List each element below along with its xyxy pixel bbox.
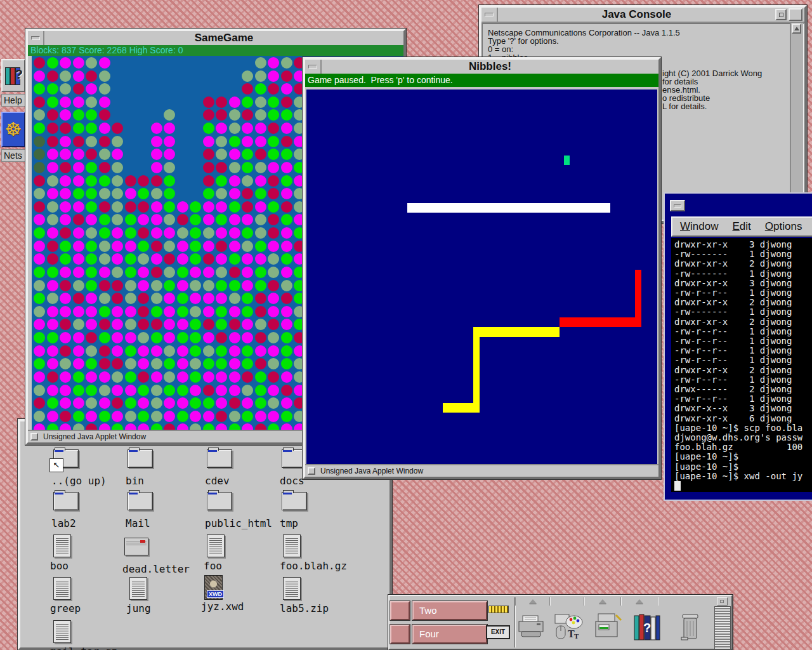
netscape-wheel-icon[interactable]: ☸ — [1, 112, 25, 147]
samegame-block[interactable] — [268, 96, 279, 108]
samegame-block[interactable] — [242, 411, 253, 422]
samegame-block[interactable] — [73, 397, 84, 409]
samegame-block[interactable] — [268, 371, 279, 383]
samegame-block[interactable] — [86, 109, 97, 121]
samegame-block[interactable] — [151, 175, 162, 187]
samegame-block[interactable] — [203, 253, 214, 265]
samegame-block[interactable] — [203, 397, 214, 409]
samegame-block[interactable] — [86, 267, 97, 278]
subpanel-tab-printer[interactable] — [515, 597, 551, 606]
samegame-block[interactable] — [34, 397, 45, 409]
samegame-block[interactable] — [86, 162, 97, 173]
samegame-block[interactable] — [281, 332, 292, 343]
samegame-block[interactable] — [47, 83, 58, 95]
samegame-block[interactable] — [86, 306, 97, 317]
samegame-block[interactable] — [86, 319, 97, 330]
samegame-block[interactable] — [281, 57, 292, 69]
samegame-block[interactable] — [242, 201, 253, 213]
samegame-block[interactable] — [216, 280, 227, 291]
samegame-block[interactable] — [34, 162, 45, 173]
samegame-block[interactable] — [164, 411, 175, 422]
samegame-block[interactable] — [60, 253, 71, 265]
samegame-block[interactable] — [255, 241, 266, 252]
samegame-block[interactable] — [216, 397, 227, 409]
samegame-block[interactable] — [216, 188, 227, 199]
samegame-block[interactable] — [34, 175, 45, 187]
subpanel-tab-help[interactable] — [620, 597, 658, 606]
samegame-block[interactable] — [177, 201, 188, 213]
samegame-block[interactable] — [99, 345, 110, 357]
samegame-block[interactable] — [112, 175, 123, 187]
samegame-block[interactable] — [164, 227, 175, 239]
samegame-block[interactable] — [125, 319, 136, 330]
samegame-block[interactable] — [268, 57, 279, 69]
samegame-block[interactable] — [125, 188, 136, 199]
samegame-block[interactable] — [203, 411, 214, 422]
samegame-block[interactable] — [86, 83, 97, 95]
samegame-block[interactable] — [60, 371, 71, 383]
samegame-block[interactable] — [73, 123, 84, 134]
samegame-block[interactable] — [86, 411, 97, 422]
samegame-block[interactable] — [164, 319, 175, 330]
samegame-block[interactable] — [177, 385, 188, 396]
samegame-block[interactable] — [34, 385, 45, 396]
samegame-block[interactable] — [229, 385, 240, 396]
minimize-button[interactable] — [305, 60, 322, 74]
samegame-block[interactable] — [47, 214, 58, 225]
samegame-block[interactable] — [73, 227, 84, 239]
samegame-block[interactable] — [164, 385, 175, 396]
samegame-block[interactable] — [138, 332, 149, 343]
samegame-block[interactable] — [255, 149, 266, 160]
samegame-block[interactable] — [151, 385, 162, 396]
samegame-block[interactable] — [190, 358, 201, 369]
samegame-block[interactable] — [255, 397, 266, 409]
samegame-block[interactable] — [73, 411, 84, 422]
samegame-block[interactable] — [99, 332, 110, 343]
samegame-block[interactable] — [255, 267, 266, 278]
samegame-block[interactable] — [281, 149, 292, 160]
samegame-block[interactable] — [60, 70, 71, 82]
samegame-block[interactable] — [125, 397, 136, 409]
samegame-block[interactable] — [164, 149, 175, 160]
samegame-block[interactable] — [281, 188, 292, 199]
samegame-block[interactable] — [164, 332, 175, 343]
samegame-block[interactable] — [203, 214, 214, 225]
samegame-block[interactable] — [60, 162, 71, 173]
samegame-block[interactable] — [216, 319, 227, 330]
samegame-block[interactable] — [281, 175, 292, 187]
samegame-block[interactable] — [151, 162, 162, 173]
samegame-block[interactable] — [151, 227, 162, 239]
samegame-block[interactable] — [151, 149, 162, 160]
samegame-block[interactable] — [255, 136, 266, 147]
samegame-block[interactable] — [151, 397, 162, 409]
samegame-block[interactable] — [216, 332, 227, 343]
samegame-block[interactable] — [164, 280, 175, 291]
samegame-block[interactable] — [151, 345, 162, 357]
samegame-block[interactable] — [216, 358, 227, 369]
samegame-block[interactable] — [125, 385, 136, 396]
scroll-up-icon[interactable] — [792, 23, 801, 34]
samegame-block[interactable] — [281, 70, 292, 82]
samegame-block[interactable] — [73, 345, 84, 357]
samegame-block[interactable] — [73, 293, 84, 304]
samegame-block[interactable] — [86, 385, 97, 396]
menu-options[interactable]: Options — [765, 220, 802, 233]
samegame-block[interactable] — [190, 385, 201, 396]
file-item[interactable]: bin — [128, 449, 153, 468]
samegame-block[interactable] — [86, 397, 97, 409]
samegame-block[interactable] — [138, 371, 149, 383]
samegame-block[interactable] — [242, 70, 253, 82]
samegame-block[interactable] — [242, 83, 253, 95]
samegame-block[interactable] — [177, 306, 188, 317]
samegame-block[interactable] — [73, 241, 84, 252]
samegame-block[interactable] — [99, 214, 110, 225]
samegame-block[interactable] — [255, 175, 266, 187]
samegame-block[interactable] — [268, 175, 279, 187]
samegame-block[interactable] — [112, 280, 123, 291]
samegame-block[interactable] — [47, 306, 58, 317]
samegame-block[interactable] — [242, 358, 253, 369]
samegame-block[interactable] — [242, 280, 253, 291]
samegame-block[interactable] — [281, 358, 292, 369]
samegame-block[interactable] — [47, 188, 58, 199]
samegame-block[interactable] — [216, 162, 227, 173]
